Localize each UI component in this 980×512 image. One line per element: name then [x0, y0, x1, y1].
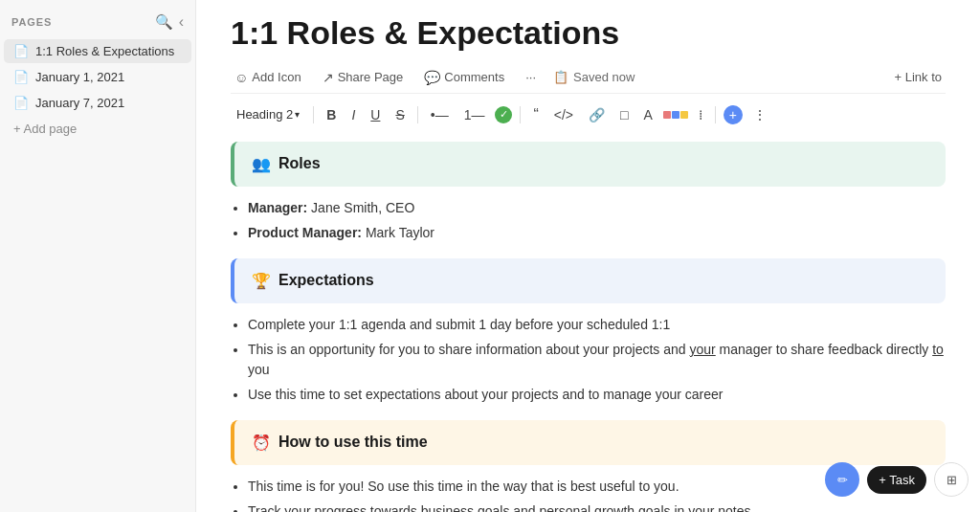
heading-label: Heading 2: [236, 107, 293, 122]
link-button[interactable]: 🔗: [584, 104, 610, 125]
how-to-emoji: ⏰: [252, 434, 271, 452]
underline-icon: U: [370, 107, 380, 122]
text-color-icon: A: [644, 107, 653, 122]
comments-button[interactable]: 💬 Comments: [420, 68, 508, 87]
bullet-list-button[interactable]: •—: [426, 104, 454, 125]
page-icon: 📄: [13, 96, 29, 110]
list-item: Track your progress towards business goa…: [248, 501, 946, 512]
how-to-title: How to use this time: [278, 434, 428, 451]
expectations-bullets: Complete your 1:1 agenda and submit 1 da…: [248, 315, 946, 405]
check-circle: ✓: [495, 106, 512, 123]
format-divider-3: [520, 106, 521, 123]
saved-label: Saved now: [573, 70, 635, 84]
image-icon: □: [620, 107, 628, 122]
format-divider-4: [715, 106, 716, 123]
section-how-to: ⏰ How to use this time: [231, 420, 946, 465]
search-icon: 🔍: [155, 13, 173, 31]
sidebar-collapse-button[interactable]: ‹: [179, 13, 184, 31]
italic-button[interactable]: I: [346, 104, 360, 125]
roles-bullets: Manager: Jane Smith, CEO Product Manager…: [248, 198, 946, 243]
sidebar-item-jan7[interactable]: 📄 January 7, 2021: [4, 91, 191, 115]
align-button[interactable]: ⁞: [694, 104, 707, 125]
format-divider: [313, 106, 314, 123]
sidebar-item-label: 1:1 Roles & Expectations: [35, 44, 174, 58]
page-icon: 📄: [13, 44, 29, 58]
task-label: + Task: [879, 473, 915, 487]
color-sq-yellow: [680, 111, 688, 119]
underline-text: your: [689, 342, 715, 357]
strike-icon: S: [395, 107, 404, 122]
action-bar: ☺ Add Icon ↗ Share Page 💬 Comments ··· 📋…: [231, 62, 946, 94]
numbered-list-button[interactable]: 1—: [459, 104, 490, 125]
share-icon: ↗: [323, 70, 334, 85]
section-roles-heading: 👥 Roles: [252, 155, 928, 173]
plus-icon: +: [729, 107, 737, 122]
share-page-button[interactable]: ↗ Share Page: [319, 68, 408, 87]
add-page-button[interactable]: + Add page: [0, 116, 195, 142]
section-expectations: 🏆 Expectations: [231, 258, 946, 303]
section-roles: 👥 Roles: [231, 142, 946, 187]
underline-text-2: to: [932, 342, 944, 357]
task-fab-button[interactable]: + Task: [867, 466, 926, 494]
heading-dropdown[interactable]: Heading 2 ▾: [231, 105, 305, 123]
page-icon: 📄: [13, 70, 29, 84]
list-item: Manager: Jane Smith, CEO: [248, 198, 946, 218]
add-icon-button[interactable]: ☺ Add Icon: [231, 68, 305, 87]
code-icon: </>: [554, 107, 573, 122]
more-format-icon: ⋮: [753, 107, 767, 122]
sidebar-item-label: January 7, 2021: [35, 96, 124, 110]
saved-status: 📋 Saved now: [553, 70, 635, 84]
quote-icon: “: [533, 106, 538, 123]
sidebar-header-actions: 🔍 ‹: [155, 13, 184, 31]
color-sq-blue: [672, 111, 679, 119]
more-options-button[interactable]: ···: [522, 68, 540, 86]
italic-icon: I: [351, 107, 355, 122]
save-icon: 📋: [553, 70, 568, 84]
section-expectations-heading: 🏆 Expectations: [252, 272, 928, 290]
sidebar-search-button[interactable]: 🔍: [155, 13, 173, 31]
sidebar-item-jan1[interactable]: 📄 January 1, 2021: [4, 65, 191, 89]
color-button[interactable]: A: [639, 104, 657, 125]
list-item: Product Manager: Mark Taylor: [248, 223, 946, 243]
underline-button[interactable]: U: [366, 104, 385, 125]
section-how-to-heading: ⏰ How to use this time: [252, 434, 928, 452]
link-to-label: + Link to: [894, 70, 942, 84]
share-page-label: Share Page: [338, 70, 404, 84]
list-item: Complete your 1:1 agenda and submit 1 da…: [248, 315, 946, 335]
grid-icon: ⊞: [947, 473, 957, 487]
comments-label: Comments: [444, 70, 504, 84]
sidebar-header-label: Pages: [11, 16, 52, 28]
color-squares: [663, 111, 688, 119]
main-content: 1:1 Roles & Expectations ☺ Add Icon ↗ Sh…: [196, 0, 980, 512]
more-icon: ···: [525, 70, 536, 84]
code-button[interactable]: </>: [549, 104, 578, 125]
comment-icon: 💬: [424, 70, 440, 85]
grid-fab-button[interactable]: ⊞: [934, 462, 969, 497]
image-button[interactable]: □: [615, 104, 633, 125]
align-icon: ⁞: [699, 107, 702, 122]
numbered-list-icon: 1—: [464, 107, 485, 122]
add-block-button[interactable]: +: [724, 105, 743, 124]
sidebar-item-roles[interactable]: 📄 1:1 Roles & Expectations: [4, 39, 191, 63]
roles-emoji: 👥: [252, 155, 271, 173]
sidebar-item-label: January 1, 2021: [35, 70, 124, 84]
collapse-icon: ‹: [179, 13, 184, 31]
sidebar-header: Pages 🔍 ‹: [0, 0, 195, 38]
strikethrough-button[interactable]: S: [390, 104, 409, 125]
bold-icon: B: [326, 107, 336, 122]
bold-button[interactable]: B: [322, 104, 341, 125]
more-format-button[interactable]: ⋮: [748, 104, 771, 125]
format-bar: Heading 2 ▾ B I U S •— 1— ✓: [231, 98, 946, 134]
edit-fab-button[interactable]: ✏: [825, 462, 859, 497]
fab-area: ✏ + Task ⊞: [825, 462, 969, 497]
color-sq-red: [663, 111, 671, 119]
sidebar: Pages 🔍 ‹ 📄 1:1 Roles & Expectations 📄 J…: [0, 0, 196, 512]
roles-title: Roles: [278, 155, 321, 172]
format-divider-2: [417, 106, 418, 123]
list-item: Use this time to set expectations about …: [248, 385, 946, 405]
toolbar-area: 1:1 Roles & Expectations ☺ Add Icon ↗ Sh…: [196, 0, 980, 134]
quote-button[interactable]: “: [528, 103, 543, 126]
smiley-icon: ☺: [234, 70, 248, 85]
link-to-button[interactable]: + Link to: [890, 68, 946, 86]
expectations-title: Expectations: [278, 272, 374, 289]
